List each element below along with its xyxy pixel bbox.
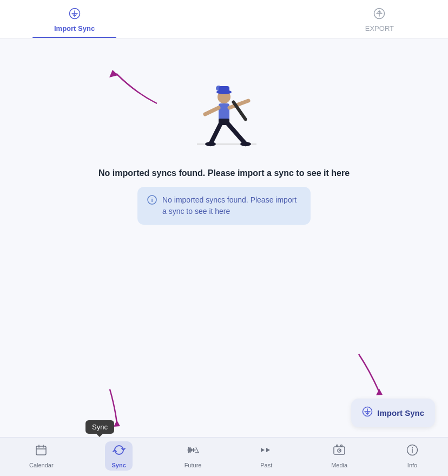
empty-state-title: No imported syncs found. Please import a… bbox=[98, 168, 350, 178]
import-sync-float-icon bbox=[362, 406, 373, 420]
app-container: Import Sync EXPORT bbox=[0, 0, 448, 476]
sync-tooltip: Sync bbox=[85, 420, 114, 434]
calendar-icon bbox=[35, 444, 48, 460]
info-box-text: No imported syncs found. Please import a… bbox=[162, 194, 301, 217]
svg-line-29 bbox=[196, 447, 199, 453]
sync-icon bbox=[113, 444, 126, 460]
nav-item-media[interactable]: Media bbox=[325, 441, 354, 471]
past-label: Past bbox=[260, 462, 272, 468]
nav-item-past[interactable]: Past bbox=[253, 441, 279, 471]
media-icon bbox=[333, 444, 346, 460]
info-nav-icon bbox=[406, 444, 419, 460]
svg-rect-19 bbox=[219, 119, 229, 125]
import-sync-tab-label: Import Sync bbox=[54, 24, 95, 32]
svg-point-35 bbox=[339, 450, 340, 451]
svg-point-32 bbox=[337, 445, 338, 446]
svg-point-17 bbox=[205, 142, 216, 146]
import-sync-float-label: Import Sync bbox=[377, 408, 424, 418]
svg-rect-25 bbox=[36, 446, 46, 455]
svg-point-33 bbox=[341, 445, 342, 446]
bottom-nav: Calendar Sync bbox=[0, 437, 448, 476]
info-label: Info bbox=[407, 462, 417, 468]
arrow-top bbox=[103, 66, 162, 106]
tab-bar: Import Sync EXPORT bbox=[0, 0, 448, 38]
export-tab-label: EXPORT bbox=[365, 24, 394, 32]
export-tab-icon bbox=[373, 8, 385, 22]
svg-point-18 bbox=[240, 142, 251, 146]
tab-export[interactable]: EXPORT bbox=[344, 0, 416, 38]
nav-item-calendar[interactable]: Calendar bbox=[23, 441, 60, 471]
future-label: Future bbox=[185, 462, 202, 468]
sync-label: Sync bbox=[111, 462, 126, 468]
tab-import-sync[interactable]: Import Sync bbox=[32, 0, 116, 38]
main-content: No imported syncs found. Please import a… bbox=[0, 38, 448, 437]
import-sync-float-button[interactable]: Import Sync bbox=[351, 399, 435, 427]
nav-item-sync[interactable]: Sync bbox=[105, 441, 132, 471]
nav-item-info[interactable]: Info bbox=[399, 441, 425, 471]
svg-line-15 bbox=[210, 122, 221, 144]
svg-line-12 bbox=[205, 108, 219, 114]
nav-item-future[interactable]: Future bbox=[178, 441, 208, 471]
svg-rect-11 bbox=[219, 86, 229, 94]
media-label: Media bbox=[331, 462, 347, 468]
svg-text:i: i bbox=[151, 197, 153, 203]
import-sync-tab-icon bbox=[69, 8, 81, 22]
calendar-label: Calendar bbox=[29, 462, 54, 468]
empty-state-illustration bbox=[170, 60, 278, 158]
past-icon bbox=[260, 444, 273, 460]
future-icon bbox=[187, 444, 200, 460]
svg-point-38 bbox=[412, 447, 413, 448]
info-icon: i bbox=[147, 195, 157, 207]
svg-line-16 bbox=[227, 122, 246, 144]
info-box: i No imported syncs found. Please import… bbox=[137, 187, 311, 225]
